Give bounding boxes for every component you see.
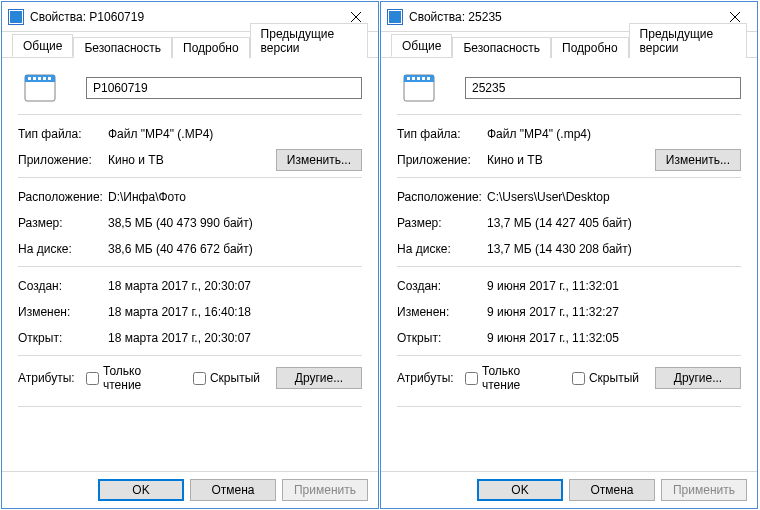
size-label: Размер: xyxy=(397,216,487,230)
tab-general[interactable]: Общие xyxy=(391,34,452,57)
other-attributes-button[interactable]: Другие... xyxy=(655,367,741,389)
app-label: Приложение: xyxy=(18,153,108,167)
change-button[interactable]: Изменить... xyxy=(276,149,362,171)
cancel-button[interactable]: Отмена xyxy=(569,479,655,501)
filetype-label: Тип файла: xyxy=(397,127,487,141)
svg-rect-21 xyxy=(427,77,430,80)
close-icon xyxy=(351,12,361,22)
created-label: Создан: xyxy=(18,279,108,293)
svg-rect-20 xyxy=(422,77,425,80)
accessed-value: 18 марта 2017 г., 20:30:07 xyxy=(108,331,362,345)
separator xyxy=(397,177,741,178)
properties-window: Свойства: 25235 Общие Безопасность Подро… xyxy=(380,1,758,509)
modified-value: 18 марта 2017 г., 16:40:18 xyxy=(108,305,362,319)
separator xyxy=(397,266,741,267)
change-button[interactable]: Изменить... xyxy=(655,149,741,171)
attributes-label: Атрибуты: xyxy=(18,371,86,385)
properties-window: Свойства: P1060719 Общие Безопасность По… xyxy=(1,1,379,509)
svg-rect-9 xyxy=(43,77,46,80)
separator xyxy=(397,406,741,407)
hidden-checkbox-label: Скрытый xyxy=(589,371,639,385)
video-file-icon xyxy=(387,9,403,25)
window-title: Свойства: 25235 xyxy=(409,10,712,24)
tab-security[interactable]: Безопасность xyxy=(452,37,551,58)
other-attributes-button[interactable]: Другие... xyxy=(276,367,362,389)
filetype-value: Файл "MP4" (.mp4) xyxy=(487,127,741,141)
stage: Свойства: P1060719 Общие Безопасность По… xyxy=(0,0,760,510)
tab-security[interactable]: Безопасность xyxy=(73,37,172,58)
tab-details[interactable]: Подробно xyxy=(551,37,629,58)
svg-rect-12 xyxy=(389,11,401,23)
separator xyxy=(397,355,741,356)
created-label: Создан: xyxy=(397,279,487,293)
readonly-checkbox-input[interactable] xyxy=(86,372,99,385)
tab-strip: Общие Безопасность Подробно Предыдущие в… xyxy=(381,32,757,58)
hidden-checkbox[interactable]: Скрытый xyxy=(572,371,639,385)
size-value: 13,7 МБ (14 427 405 байт) xyxy=(487,216,741,230)
dialog-buttons: OK Отмена Применить xyxy=(2,471,378,508)
created-value: 18 марта 2017 г., 20:30:07 xyxy=(108,279,362,293)
modified-value: 9 июня 2017 г., 11:32:27 xyxy=(487,305,741,319)
modified-label: Изменен: xyxy=(18,305,108,319)
tab-details[interactable]: Подробно xyxy=(172,37,250,58)
svg-rect-18 xyxy=(412,77,415,80)
hidden-checkbox-input[interactable] xyxy=(193,372,206,385)
ondisk-label: На диске: xyxy=(18,242,108,256)
location-value: D:\Инфа\Фото xyxy=(108,190,362,204)
tab-previous-versions[interactable]: Предыдущие версии xyxy=(629,23,747,58)
svg-rect-1 xyxy=(10,11,22,23)
cancel-button[interactable]: Отмена xyxy=(190,479,276,501)
location-label: Расположение: xyxy=(397,190,487,204)
readonly-checkbox[interactable]: Только чтение xyxy=(86,364,177,392)
readonly-checkbox-label: Только чтение xyxy=(482,364,556,392)
tab-strip: Общие Безопасность Подробно Предыдущие в… xyxy=(2,32,378,58)
separator xyxy=(18,114,362,115)
tab-previous-versions[interactable]: Предыдущие версии xyxy=(250,23,368,58)
hidden-checkbox-label: Скрытый xyxy=(210,371,260,385)
accessed-label: Открыт: xyxy=(397,331,487,345)
svg-rect-8 xyxy=(38,77,41,80)
filetype-label: Тип файла: xyxy=(18,127,108,141)
location-label: Расположение: xyxy=(18,190,108,204)
ondisk-value: 38,6 МБ (40 476 672 байт) xyxy=(108,242,362,256)
filename-input[interactable] xyxy=(465,77,741,99)
modified-label: Изменен: xyxy=(397,305,487,319)
readonly-checkbox[interactable]: Только чтение xyxy=(465,364,556,392)
tab-general[interactable]: Общие xyxy=(12,34,73,57)
tab-body: Тип файла: Файл "MP4" (.MP4) Приложение:… xyxy=(2,58,378,471)
apply-button[interactable]: Применить xyxy=(661,479,747,501)
tab-body: Тип файла: Файл "MP4" (.mp4) Приложение:… xyxy=(381,58,757,471)
ok-button[interactable]: OK xyxy=(98,479,184,501)
separator xyxy=(18,266,362,267)
accessed-value: 9 июня 2017 г., 11:32:05 xyxy=(487,331,741,345)
ok-button[interactable]: OK xyxy=(477,479,563,501)
app-value: Кино и ТВ xyxy=(108,153,276,167)
dialog-buttons: OK Отмена Применить xyxy=(381,471,757,508)
attributes-label: Атрибуты: xyxy=(397,371,465,385)
created-value: 9 июня 2017 г., 11:32:01 xyxy=(487,279,741,293)
video-file-large-icon xyxy=(24,72,56,104)
hidden-checkbox-input[interactable] xyxy=(572,372,585,385)
hidden-checkbox[interactable]: Скрытый xyxy=(193,371,260,385)
location-value: C:\Users\User\Desktop xyxy=(487,190,741,204)
app-value: Кино и ТВ xyxy=(487,153,655,167)
svg-rect-10 xyxy=(48,77,51,80)
close-icon xyxy=(730,12,740,22)
video-file-large-icon xyxy=(403,72,435,104)
svg-rect-19 xyxy=(417,77,420,80)
size-label: Размер: xyxy=(18,216,108,230)
readonly-checkbox-input[interactable] xyxy=(465,372,478,385)
filename-input[interactable] xyxy=(86,77,362,99)
separator xyxy=(397,114,741,115)
accessed-label: Открыт: xyxy=(18,331,108,345)
app-label: Приложение: xyxy=(397,153,487,167)
readonly-checkbox-label: Только чтение xyxy=(103,364,177,392)
separator xyxy=(18,177,362,178)
apply-button[interactable]: Применить xyxy=(282,479,368,501)
video-file-icon xyxy=(8,9,24,25)
size-value: 38,5 МБ (40 473 990 байт) xyxy=(108,216,362,230)
ondisk-value: 13,7 МБ (14 430 208 байт) xyxy=(487,242,741,256)
svg-rect-7 xyxy=(33,77,36,80)
svg-rect-6 xyxy=(28,77,31,80)
separator xyxy=(18,355,362,356)
